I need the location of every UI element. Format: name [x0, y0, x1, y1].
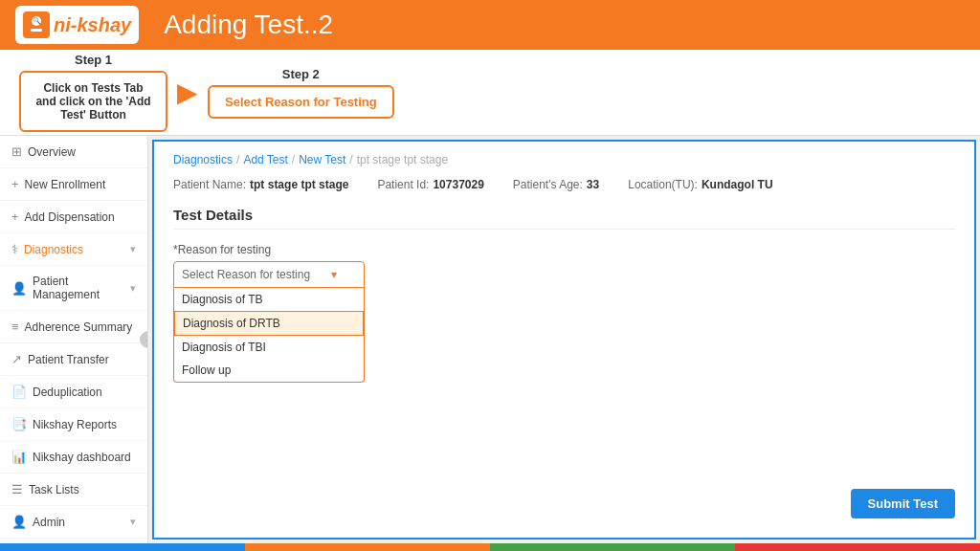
- patient-name-label: Patient Name:: [173, 178, 246, 191]
- sidebar-item-label: Nikshay Reports: [33, 418, 117, 431]
- breadcrumb-sep-2: /: [292, 153, 295, 166]
- tasks-icon: ☰: [11, 482, 23, 496]
- logo-icon: 🔍: [23, 11, 50, 38]
- test-details-section: Test Details *Reason for testing Select …: [173, 207, 955, 353]
- sidebar-item-label: Nikshay dashboard: [33, 451, 131, 464]
- sidebar-item-diagnostics[interactable]: ⚕ Diagnostics ▾: [0, 233, 147, 266]
- step2-box: Select Reason for Testing: [208, 85, 394, 119]
- svg-rect-2: [31, 29, 42, 32]
- breadcrumb: Diagnostics / Add Test / New Test / tpt …: [173, 153, 955, 166]
- plus-icon-1: +: [11, 177, 19, 191]
- patient-location-value: Kundagol TU: [702, 178, 773, 191]
- sidebar-item-label: Task Lists: [29, 483, 79, 496]
- dropdown-option-followup[interactable]: Follow up: [174, 359, 364, 382]
- sidebar-item-new-enrollment[interactable]: + New Enrollment: [0, 168, 147, 201]
- patient-icon: 👤: [11, 281, 27, 296]
- dedup-icon: 📄: [11, 385, 27, 399]
- bar-blue: [0, 543, 245, 551]
- patient-id-field: Patient Id: 10737029: [377, 178, 483, 191]
- patient-name-field: Patient Name: tpt stage tpt stage: [173, 178, 348, 191]
- step2-description: Select Reason for Testing: [225, 95, 377, 109]
- step1-description: Click on Tests Tab and click on the 'Add…: [33, 81, 154, 121]
- patient-info: Patient Name: tpt stage tpt stage Patien…: [173, 178, 955, 191]
- sidebar-item-add-dispensation[interactable]: + Add Dispensation: [0, 201, 147, 233]
- breadcrumb-sep-1: /: [236, 153, 239, 166]
- steps-bar: Step 1 Click on Tests Tab and click on t…: [0, 50, 980, 136]
- content-area: Diagnostics / Add Test / New Test / tpt …: [152, 140, 976, 540]
- patient-id-label: Patient Id:: [377, 178, 429, 191]
- patient-age-label: Patient's Age:: [513, 178, 583, 191]
- sidebar-item-dashboard[interactable]: 📊 Nikshay dashboard: [0, 441, 147, 474]
- breadcrumb-new-test[interactable]: New Test: [299, 153, 345, 166]
- dropdown-option-drtb[interactable]: Diagnosis of DRTB: [174, 311, 364, 336]
- patient-id-value: 10737029: [433, 178, 483, 191]
- patient-age-field: Patient's Age: 33: [513, 178, 599, 191]
- sidebar-item-dedup[interactable]: 📄 Deduplication: [0, 376, 147, 408]
- chevron-down-icon-3: ▾: [130, 516, 136, 528]
- sidebar-item-adherence[interactable]: ≡ Adherence Summary: [0, 311, 147, 343]
- sidebar-item-transfer[interactable]: ↗ Patient Transfer: [0, 343, 147, 376]
- logo: 🔍 ni-kshay: [15, 6, 139, 44]
- chevron-down-icon: ▾: [130, 243, 136, 255]
- header-title: Adding Test..2: [164, 10, 333, 40]
- sidebar-item-label: Add Dispensation: [25, 210, 115, 224]
- svg-text:🔍: 🔍: [33, 16, 41, 25]
- sidebar-item-label: New Enrollment: [25, 178, 106, 191]
- bar-green: [490, 543, 735, 551]
- breadcrumb-add-test[interactable]: Add Test: [243, 153, 287, 166]
- dashboard-icon: 📊: [11, 450, 27, 464]
- chevron-down-icon-2: ▾: [130, 282, 136, 295]
- logo-text: ni-kshay: [54, 14, 131, 36]
- adherence-icon: ≡: [11, 320, 19, 334]
- sidebar-item-label: Adherence Summary: [25, 320, 133, 334]
- step2-area: Step 2 Select Reason for Testing: [208, 67, 394, 119]
- dropdown-arrow-icon: ▾: [331, 268, 337, 281]
- reason-placeholder: Select Reason for testing: [182, 268, 310, 281]
- sidebar-item-label: Diagnostics: [24, 243, 83, 256]
- sidebar-item-label: Deduplication: [33, 386, 102, 399]
- step1-label: Step 1: [75, 53, 112, 67]
- bar-red: [735, 543, 980, 551]
- step2-label: Step 2: [282, 67, 320, 81]
- sidebar-item-patient-management[interactable]: 👤 Patient Management ▾: [0, 266, 147, 311]
- reason-dropdown[interactable]: Select Reason for testing ▾ Diagnosis of…: [173, 261, 365, 288]
- patient-location-label: Location(TU):: [628, 178, 698, 191]
- diagnostics-icon: ⚕: [11, 242, 18, 256]
- sidebar-item-others[interactable]: ⋯ Others ▾: [0, 539, 147, 543]
- dropdown-option-tb[interactable]: Diagnosis of TB: [174, 288, 364, 311]
- plus-icon-2: +: [11, 209, 19, 224]
- patient-location-field: Location(TU): Kundagol TU: [628, 178, 772, 191]
- sidebar-item-overview[interactable]: ⊞ Overview: [0, 136, 147, 168]
- sidebar-item-label: Admin: [33, 516, 65, 529]
- reason-dropdown-list: Diagnosis of TB Diagnosis of DRTB Diagno…: [173, 288, 365, 383]
- admin-icon: 👤: [11, 515, 27, 529]
- submit-test-button[interactable]: Submit Test: [851, 489, 955, 518]
- bar-orange: [245, 543, 490, 551]
- transfer-icon: ↗: [11, 352, 22, 366]
- reports-icon: 📑: [11, 417, 27, 431]
- sidebar-item-label: Patient Transfer: [28, 353, 109, 366]
- breadcrumb-current: tpt stage tpt stage: [357, 153, 448, 166]
- bottom-bars: [0, 543, 980, 551]
- section-title: Test Details: [173, 207, 955, 230]
- reason-label: *Reason for testing: [173, 243, 955, 256]
- step-arrow: ▶: [177, 79, 198, 106]
- breadcrumb-sep-3: /: [349, 153, 352, 166]
- sidebar-item-reports[interactable]: 📑 Nikshay Reports: [0, 408, 147, 441]
- patient-age-value: 33: [587, 178, 599, 191]
- dropdown-option-tbi[interactable]: Diagnosis of TBI: [174, 336, 364, 359]
- sidebar-item-label: Patient Management: [33, 275, 124, 301]
- sidebar: ⊞ Overview + New Enrollment + Add Dispen…: [0, 136, 148, 543]
- reason-dropdown-trigger[interactable]: Select Reason for testing ▾: [173, 261, 365, 288]
- sidebar-item-admin[interactable]: 👤 Admin ▾: [0, 506, 147, 539]
- step1-box: Click on Tests Tab and click on the 'Add…: [19, 71, 167, 132]
- sidebar-item-tasks[interactable]: ☰ Task Lists: [0, 474, 147, 506]
- header: 🔍 ni-kshay Adding Test..2: [0, 0, 980, 50]
- main-layout: ⊞ Overview + New Enrollment + Add Dispen…: [0, 136, 980, 543]
- breadcrumb-diagnostics[interactable]: Diagnostics: [173, 153, 233, 166]
- reason-for-testing-field: *Reason for testing Select Reason for te…: [173, 243, 955, 288]
- overview-icon: ⊞: [11, 144, 22, 159]
- sidebar-item-label: Overview: [28, 145, 76, 159]
- patient-name-value: tpt stage tpt stage: [250, 178, 348, 191]
